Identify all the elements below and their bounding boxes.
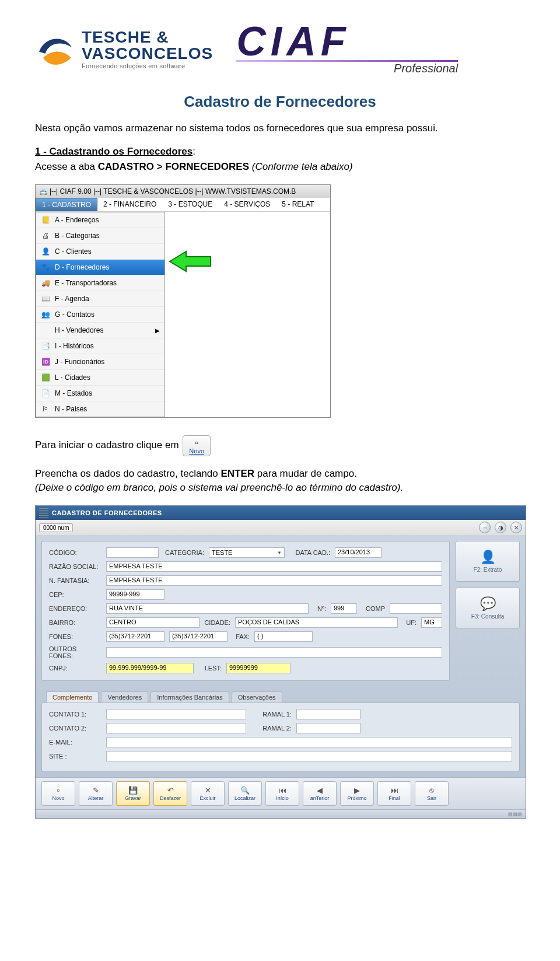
cnpj-input[interactable]: 99.999.999/9999-99 bbox=[106, 663, 194, 673]
btn-desfazer[interactable]: ↶Desfazer bbox=[153, 781, 187, 806]
section-1-instruction: Acesse a aba CADASTRO > FORNECEDORES (Co… bbox=[35, 161, 525, 173]
menu-item-fornecedores[interactable]: 🐾D - Fornecedores bbox=[36, 260, 164, 275]
menu-5-relat[interactable]: 5 - RELAT bbox=[276, 198, 320, 211]
btn-gravar[interactable]: 💾Gravar bbox=[116, 781, 150, 806]
btn-localizar[interactable]: 🔍Localizar bbox=[228, 781, 262, 806]
fantasia-input[interactable]: EMPRESA TESTE bbox=[106, 575, 442, 586]
sub-tab[interactable]: 0000 num bbox=[39, 523, 73, 532]
num-label: Nº: bbox=[313, 605, 326, 612]
id-icon: 🆔 bbox=[41, 357, 50, 366]
menu-item-cidades[interactable]: 🟩L - Cidades bbox=[36, 370, 164, 386]
menu-3-estoque[interactable]: 3 - ESTOQUE bbox=[162, 198, 218, 211]
menu-item-historicos[interactable]: 📑I - Históricos bbox=[36, 338, 164, 354]
fone2-input[interactable]: (35)3712-2201 bbox=[169, 631, 228, 642]
brand1-tagline: Fornecendo soluções em software bbox=[82, 63, 213, 69]
btn-excluir[interactable]: ✕Excluir bbox=[191, 781, 225, 806]
email-label: E-MAIL: bbox=[49, 739, 102, 746]
tab-info-bancarias[interactable]: Informações Bancárias bbox=[150, 691, 229, 703]
fill-bold: ENTER bbox=[221, 468, 255, 479]
endereco-input[interactable]: RUA VINTE bbox=[106, 603, 309, 614]
menu-item-transportadoras[interactable]: 🚚E - Transportadoras bbox=[36, 275, 164, 291]
tab-complemento[interactable]: Complemento bbox=[46, 691, 99, 703]
menu-item-contatos[interactable]: 👥G - Contatos bbox=[36, 307, 164, 323]
fill-pre: Preencha os dados do cadastro, teclando bbox=[35, 468, 221, 479]
section-1-heading: 1 - Cadastrando os Fornecedores: bbox=[35, 146, 525, 158]
outros-input[interactable] bbox=[106, 647, 442, 658]
bairro-input[interactable]: CENTRO bbox=[106, 617, 200, 628]
uf-input[interactable]: MG bbox=[421, 617, 442, 628]
btn-label: anTerior bbox=[310, 795, 330, 801]
contato2-input[interactable] bbox=[106, 723, 246, 733]
iest-label: I.EST: bbox=[198, 665, 222, 672]
menu-item-label: E - Transportadoras bbox=[55, 279, 117, 287]
categoria-select[interactable]: TESTE▼ bbox=[209, 547, 285, 558]
endereco-label: ENDEREÇO: bbox=[49, 605, 102, 612]
btn-sair[interactable]: ⎋Sair bbox=[415, 781, 449, 806]
btn-alterar[interactable]: ✎Alterar bbox=[79, 781, 113, 806]
menu-item-categorias[interactable]: 🖨B - Categorias bbox=[36, 228, 164, 244]
person-icon: 👤 bbox=[41, 247, 50, 256]
tab-vendedores[interactable]: Vendedores bbox=[101, 691, 148, 703]
green-arrow-icon bbox=[169, 249, 212, 274]
fax-input[interactable]: ( ) bbox=[254, 631, 313, 642]
circle-btn-2[interactable]: ◑ bbox=[495, 522, 506, 533]
menu-1-cadastro[interactable]: 1 - CADASTRO bbox=[36, 198, 97, 211]
menu-item-agenda[interactable]: 📖F - Agenda bbox=[36, 291, 164, 307]
contato1-input[interactable] bbox=[106, 709, 246, 719]
contato2-label: CONTATO 2: bbox=[49, 725, 102, 732]
btn-final[interactable]: ⏭Final bbox=[377, 781, 411, 806]
uf-label: UF: bbox=[402, 619, 416, 626]
section-1-colon: : bbox=[192, 146, 195, 157]
menu-item-label: J - Funcionários bbox=[55, 358, 104, 366]
novo-label: Novo bbox=[189, 448, 204, 455]
iest-input[interactable]: 99999999 bbox=[226, 663, 290, 673]
form-app-window: CADASTRO DE FORNECEDORES 0000 num ○ ◑ ✕ … bbox=[35, 505, 526, 819]
tab-observacoes[interactable]: Observações bbox=[232, 691, 282, 703]
email-input[interactable] bbox=[106, 737, 512, 747]
novo-instruction: Para iniciar o cadastro clique em ▫ Novo bbox=[35, 435, 525, 456]
btn-novo[interactable]: ▫Novo bbox=[41, 781, 75, 806]
form-body: CÓDIGO: CATEGORIA: TESTE▼ DATA CAD.: 23/… bbox=[36, 535, 526, 687]
btn-label: Novo bbox=[52, 795, 64, 801]
address-icon: 📒 bbox=[41, 215, 50, 225]
btn-proximo[interactable]: ▶Próximo bbox=[340, 781, 374, 806]
datacad-input[interactable]: 23/10/2013 bbox=[335, 547, 382, 558]
ramal2-input[interactable] bbox=[296, 723, 360, 733]
next-icon: ▶ bbox=[354, 786, 360, 795]
outros-label: OUTROS FONES: bbox=[49, 645, 102, 659]
menu-item-vendedores[interactable]: H - Vendedores▶ bbox=[36, 323, 164, 338]
circle-btn-3[interactable]: ✕ bbox=[510, 522, 522, 533]
menu-item-paises[interactable]: 🏳N - Paises bbox=[36, 401, 164, 417]
btn-anterior[interactable]: ◀anTerior bbox=[303, 781, 337, 806]
menu-2-financeiro[interactable]: 2 - FINANCEIRO bbox=[97, 198, 162, 211]
menu-item-estados[interactable]: 📄M - Estados bbox=[36, 386, 164, 401]
num-input[interactable]: 999 bbox=[331, 603, 357, 614]
f3-consulta-button[interactable]: 💬 F3: Consulta bbox=[456, 588, 520, 628]
codigo-label: CÓDIGO: bbox=[49, 549, 102, 556]
search-icon: 🔍 bbox=[240, 786, 250, 795]
btn-inicio[interactable]: ⏮Início bbox=[265, 781, 299, 806]
cidade-input[interactable]: POÇOS DE CALDAS bbox=[235, 617, 398, 628]
site-input[interactable] bbox=[106, 751, 512, 761]
f2-extrato-button[interactable]: 👤 F2: Extrato bbox=[456, 541, 520, 582]
btn-label: Alterar bbox=[88, 795, 104, 801]
section-1-tail: (Conforme tela abaixo) bbox=[252, 161, 353, 172]
menu-item-funcionarios[interactable]: 🆔J - Funcionários bbox=[36, 354, 164, 370]
bairro-label: BAIRRO: bbox=[49, 619, 102, 626]
book-icon: 📖 bbox=[41, 294, 50, 303]
novo-button[interactable]: ▫ Novo bbox=[183, 435, 211, 456]
codigo-input[interactable] bbox=[106, 547, 159, 558]
page-icon: 📄 bbox=[41, 389, 50, 398]
people-icon: 👥 bbox=[41, 310, 50, 319]
menu-item-enderecos[interactable]: 📒A - Endereços bbox=[36, 212, 164, 228]
menu-4-servicos[interactable]: 4 - SERVIÇOS bbox=[218, 198, 276, 211]
comp-input[interactable] bbox=[390, 603, 442, 614]
razao-input[interactable]: EMPRESA TESTE bbox=[106, 561, 442, 572]
cep-input[interactable]: 99999-999 bbox=[106, 589, 164, 600]
ramal1-input[interactable] bbox=[296, 709, 360, 719]
fone1-input[interactable]: (35)3712-2201 bbox=[106, 631, 164, 642]
menu-item-label: A - Endereços bbox=[55, 216, 99, 224]
menu-item-clientes[interactable]: 👤C - Clientes bbox=[36, 244, 164, 260]
menu-item-label: I - Históricos bbox=[55, 342, 94, 350]
circle-btn-1[interactable]: ○ bbox=[479, 522, 491, 533]
